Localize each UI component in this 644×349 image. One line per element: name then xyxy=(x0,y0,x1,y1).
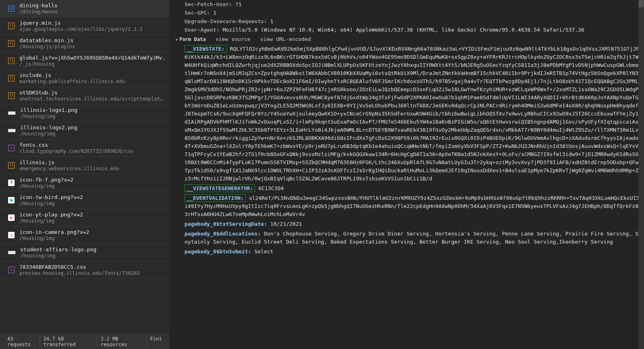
form-value: 10/21/2021 xyxy=(267,221,302,227)
view-source-link[interactable]: view source xyxy=(215,36,250,42)
request-name: dining-halls xyxy=(19,2,166,9)
js-icon xyxy=(8,75,15,81)
request-path: cloud.typography.com/6267732/689826/css xyxy=(19,148,166,154)
request-path: marketing.publicaffairs.illinois.edu xyxy=(19,79,166,84)
css-icon xyxy=(8,145,15,151)
header-key: Sec-GPC: xyxy=(185,10,210,16)
css-icon xyxy=(8,267,15,273)
request-path: ajax.googleapis.com/ajax/libs/jquery/2.1… xyxy=(19,26,166,32)
form-key: __VIEWSTATEGENERATOR: xyxy=(185,184,255,192)
yt-icon xyxy=(8,214,15,221)
request-row[interactable]: jquery.min.jsajax.googleapis.com/ajax/li… xyxy=(0,17,169,35)
request-path: /Housing/img xyxy=(19,201,166,206)
js-icon xyxy=(8,162,15,169)
form-key: pagebody_0$btnSubmit: xyxy=(185,248,251,255)
request-row[interactable]: icon-tw-bird.png?v=2/Housing/img xyxy=(0,192,169,209)
form-data-entry: __EVENTVALIDATION: sl24ReT/PL5NvDbDu3eeg… xyxy=(176,193,642,219)
request-path: /dining/menus xyxy=(19,9,166,15)
request-row[interactable]: icon-in-camera.png?v=2/Housing/img xyxy=(0,227,169,244)
request-header-line: Sec-Fetch-User: ?1 xyxy=(176,0,642,9)
form-data-section-header: Form Data view source view URL-encoded xyxy=(176,34,642,44)
request-path: /Housing/img xyxy=(19,218,166,224)
header-key: User-Agent: xyxy=(185,27,219,33)
network-sidebar: dining-halls/dining/menusjquery.min.jsaj… xyxy=(0,0,169,349)
form-data-entry: __VIEWSTATE: RQLYTlO2cyhBeEwKd92km5mj5Xp… xyxy=(176,44,642,184)
request-name: illinois-logo1.png xyxy=(20,107,166,113)
request-name: datatables.min.js xyxy=(19,37,166,43)
request-list[interactable]: dining-halls/dining/menusjquery.min.jsaj… xyxy=(0,0,169,334)
scrollbar-thumb[interactable] xyxy=(639,0,644,7)
request-name: otSDKStub.js xyxy=(19,90,166,96)
form-value: sl24ReT/PL5NvDbDu3eegC34SwpzvovBHb/FHUTl… xyxy=(185,195,639,217)
request-row[interactable]: include.jsmarketing.publicaffairs.illino… xyxy=(0,70,169,87)
request-path: emergency.webservices.illinois.edu xyxy=(19,166,166,171)
request-row[interactable]: illinois-logo2.png/housing/img xyxy=(0,122,169,139)
form-data-entry: pagebody_0$txtServingDate: 10/21/2021 xyxy=(176,219,642,229)
view-url-encoded-link[interactable]: view URL-encoded xyxy=(260,36,311,42)
header-key: Sec-Fetch-User: xyxy=(185,1,232,7)
request-name: illinois.js xyxy=(19,159,166,165)
ig-icon xyxy=(8,232,15,238)
request-name: include.js xyxy=(19,72,166,78)
request-name: jquery.min.js xyxy=(19,20,166,26)
fb-icon xyxy=(8,180,15,186)
status-requests: 43 requests xyxy=(4,336,40,347)
form-value: 6C13C3D4 xyxy=(255,185,283,191)
header-value: 1 xyxy=(267,18,274,24)
form-key: __VIEWSTATE: xyxy=(185,45,227,53)
form-data-toggle[interactable]: Form Data xyxy=(176,36,206,42)
request-header-line: Sec-GPC: 1 xyxy=(176,9,642,17)
form-key: pagebody_0$ddlLocations: xyxy=(185,231,261,237)
request-path: /Housing/img xyxy=(19,236,166,241)
request-row[interactable]: dining-halls/dining/menus xyxy=(0,0,169,17)
request-row[interactable]: icon-fb-f.png?v=2/Housing/img xyxy=(0,174,169,192)
request-row[interactable]: student-affiars-logo.png/housing/img xyxy=(0,244,169,261)
request-name: icon-in-camera.png?v=2 xyxy=(19,229,166,235)
tw-icon xyxy=(8,197,15,203)
form-key: __EVENTVALIDATION: xyxy=(185,194,246,202)
form-value: Select xyxy=(251,248,273,255)
request-path: /Housing/js/plugins xyxy=(19,44,166,49)
request-row[interactable]: 7A3346BFAB2D58CC5.csspreview.housing.ill… xyxy=(0,261,169,279)
img-icon xyxy=(8,251,15,254)
status-transferred: 24.7 kB transferred xyxy=(40,336,97,347)
request-name: student-affiars-logo.png xyxy=(20,246,166,253)
header-key: Upgrade-Insecure-Requests: xyxy=(185,18,267,24)
form-value: RQLYTlO2cyhBeEwKd92km5mj5XpB88hlgCPwdjvo… xyxy=(185,46,639,182)
request-row[interactable]: fonts.csscloud.typography.com/6267732/68… xyxy=(0,139,169,157)
request-path: /housing/img xyxy=(20,253,166,259)
status-bar: 43 requests 24.7 kB transferred 2.2 MB r… xyxy=(0,334,169,349)
header-value: Mozilla/5.0 (Windows NT 10.0; Win64; x64… xyxy=(219,27,584,33)
request-row[interactable]: global.js?v=jXh5wOYSJ69SQ8SRe4XrQ14dkTeW… xyxy=(0,52,169,70)
header-value: ?1 xyxy=(232,1,241,7)
doc-icon xyxy=(8,5,15,12)
request-row[interactable]: illinois-logo1.png/housing/img xyxy=(0,105,169,122)
js-icon xyxy=(8,58,15,64)
details-panel: Sec-Fetch-User: ?1Sec-GPC: 1Upgrade-Inse… xyxy=(169,0,644,349)
request-row[interactable]: otSDKStub.jsonetrust.techservices.illino… xyxy=(0,87,169,105)
request-header-line: Upgrade-Insecure-Requests: 1 xyxy=(176,17,642,26)
request-row[interactable]: illinois.jsemergency.webservices.illinoi… xyxy=(0,157,169,174)
request-row[interactable]: datatables.min.js/Housing/js/plugins xyxy=(0,35,169,52)
request-path: onetrust.techservices.illinois.edu/scrip… xyxy=(19,96,166,102)
request-name: illinois-logo2.png xyxy=(20,124,166,131)
request-path: /_js/housing xyxy=(19,61,166,67)
status-finish: Fini xyxy=(147,336,165,347)
request-path: /Housing/img xyxy=(19,183,166,189)
status-resources: 2.2 MB resources xyxy=(97,336,147,347)
request-name: icon-yt-play.png?v=2 xyxy=(19,212,166,218)
request-path: preview.housing.illinois.edu/fonts/73426… xyxy=(19,270,166,276)
request-row[interactable]: icon-yt-play.png?v=2/Housing/img xyxy=(0,209,169,227)
img-icon xyxy=(8,111,15,115)
form-key: pagebody_0$txtServingDate: xyxy=(185,221,267,227)
request-name: global.js?v=jXh5wOYSJ69SQ8SRe4XrQ14dkTeW… xyxy=(19,55,166,61)
scrollbar-track[interactable] xyxy=(638,0,644,349)
js-icon xyxy=(8,92,15,99)
request-path: /housing/img xyxy=(20,113,166,119)
request-name: 7A3346BFAB2D58CC5.css xyxy=(19,264,166,270)
js-icon xyxy=(8,40,15,47)
request-name: icon-tw-bird.png?v=2 xyxy=(19,194,166,200)
header-value: 1 xyxy=(210,10,217,16)
request-name: icon-fb-f.png?v=2 xyxy=(19,177,166,183)
form-data-entry: __VIEWSTATEGENERATOR: 6C13C3D4 xyxy=(176,184,642,193)
